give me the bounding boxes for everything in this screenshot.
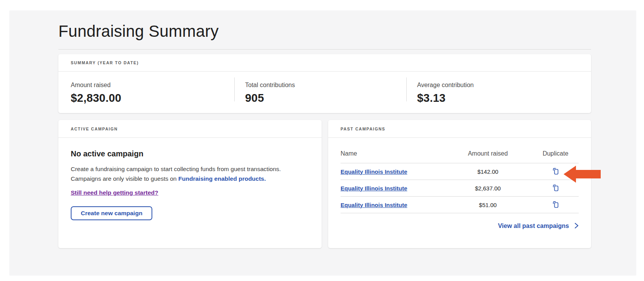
campaign-amount: $2,637.00 bbox=[443, 185, 532, 192]
copy-icon bbox=[551, 200, 560, 209]
duplicate-campaign-button[interactable] bbox=[550, 182, 561, 194]
table-row: Equality Illinois Institute $142.00 bbox=[341, 163, 579, 180]
campaign-amount: $51.00 bbox=[443, 202, 532, 208]
title-divider bbox=[58, 49, 591, 50]
stat-label: Amount raised bbox=[71, 82, 234, 89]
help-getting-started-link[interactable]: Still need help getting started? bbox=[71, 189, 158, 196]
campaign-name-link[interactable]: Equality Illinois Institute bbox=[341, 168, 443, 175]
campaign-name-link[interactable]: Equality Illinois Institute bbox=[341, 185, 443, 192]
stat-average-contribution: Average contribution $3.13 bbox=[406, 72, 591, 113]
no-active-campaign-title: No active campaign bbox=[71, 149, 309, 158]
summary-card: SUMMARY (YEAR TO DATE) Amount raised $2,… bbox=[58, 54, 591, 113]
page-title: Fundraising Summary bbox=[58, 22, 219, 41]
table-row: Equality Illinois Institute $2,637.00 bbox=[341, 180, 579, 197]
chevron-right-icon bbox=[574, 223, 579, 229]
table-row: Equality Illinois Institute $51.00 bbox=[341, 197, 579, 213]
column-header-duplicate: Duplicate bbox=[532, 150, 579, 157]
stat-value: $2,830.00 bbox=[71, 92, 234, 105]
campaign-amount: $142.00 bbox=[443, 168, 532, 175]
past-campaigns-header-label: PAST CAMPAIGNS bbox=[341, 127, 385, 131]
stat-value: 905 bbox=[245, 92, 406, 105]
table-footer: View all past campaigns bbox=[341, 223, 579, 230]
past-campaigns-card-header: PAST CAMPAIGNS bbox=[328, 120, 591, 138]
create-new-campaign-button[interactable]: Create new campaign bbox=[71, 206, 152, 220]
stat-amount-raised: Amount raised $2,830.00 bbox=[58, 72, 234, 113]
copy-icon bbox=[551, 183, 560, 192]
stat-total-contributions: Total contributions 905 bbox=[234, 72, 406, 113]
active-campaign-card: ACTIVE CAMPAIGN No active campaign Creat… bbox=[58, 120, 322, 248]
summary-stats: Amount raised $2,830.00 Total contributi… bbox=[58, 72, 591, 113]
active-campaign-header-label: ACTIVE CAMPAIGN bbox=[71, 127, 118, 131]
view-all-past-campaigns-link[interactable]: View all past campaigns bbox=[498, 223, 569, 229]
summary-card-header-label: SUMMARY (YEAR TO DATE) bbox=[71, 60, 139, 65]
column-header-name: Name bbox=[341, 150, 443, 157]
past-campaigns-card: PAST CAMPAIGNS Name Amount raised Duplic… bbox=[328, 120, 591, 248]
active-campaign-body: No active campaign Create a fundraising … bbox=[58, 138, 322, 220]
past-campaigns-table: Name Amount raised Duplicate Equality Il… bbox=[341, 138, 579, 213]
campaign-name-link[interactable]: Equality Illinois Institute bbox=[341, 202, 443, 208]
copy-icon bbox=[551, 166, 560, 176]
summary-card-header: SUMMARY (YEAR TO DATE) bbox=[58, 54, 591, 72]
active-campaign-card-header: ACTIVE CAMPAIGN bbox=[58, 120, 322, 138]
table-header-row: Name Amount raised Duplicate bbox=[341, 138, 579, 163]
active-campaign-description: Create a fundraising campaign to start c… bbox=[71, 164, 308, 183]
stat-value: $3.13 bbox=[417, 92, 591, 105]
duplicate-campaign-button[interactable] bbox=[550, 166, 561, 178]
duplicate-campaign-button[interactable] bbox=[550, 199, 561, 211]
fundraising-summary-page: Fundraising Summary SUMMARY (YEAR TO DAT… bbox=[0, 0, 644, 281]
stat-label: Total contributions bbox=[245, 82, 406, 89]
fundraising-enabled-products-link[interactable]: Fundraising enabled products. bbox=[178, 175, 266, 182]
stat-label: Average contribution bbox=[417, 82, 591, 89]
column-header-amount-raised: Amount raised bbox=[443, 150, 532, 157]
